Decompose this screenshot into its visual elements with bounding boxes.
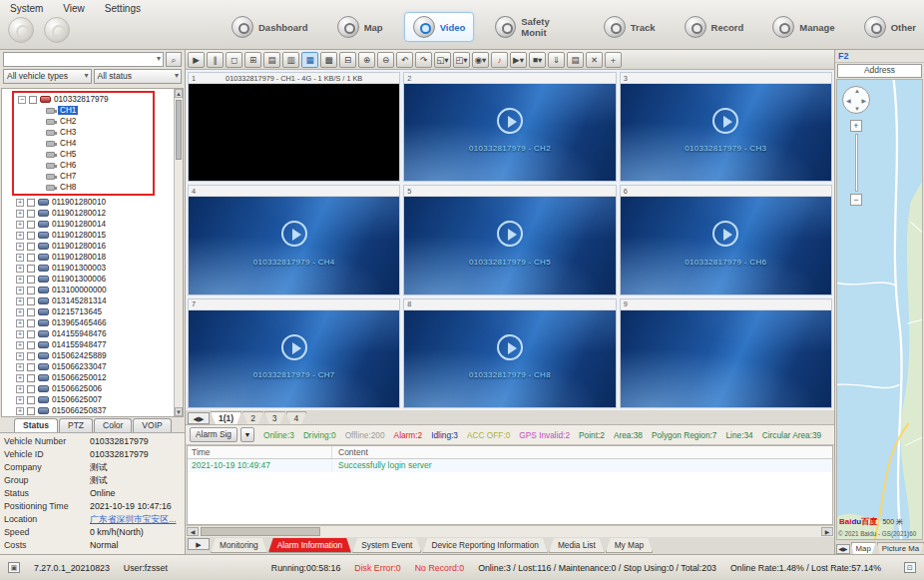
checkbox[interactable] [27, 396, 35, 404]
stream-select-icon[interactable]: ◰▾ [453, 52, 470, 68]
alarm-stat[interactable]: Offline:200 [345, 430, 385, 440]
collapse-icon[interactable]: − [18, 96, 26, 104]
checkbox[interactable] [27, 287, 35, 294]
play-icon[interactable] [497, 108, 523, 134]
play-icon[interactable]: ▶ [188, 52, 205, 68]
vehicle-row[interactable]: + 015066252005 [2, 416, 183, 417]
play-icon[interactable] [497, 334, 523, 360]
expand-icon[interactable]: + [16, 276, 24, 284]
play-icon[interactable] [712, 221, 738, 247]
nav-button[interactable]: Video [404, 12, 475, 42]
side-panel-tab[interactable]: Color [94, 418, 132, 432]
video-cell[interactable]: 6 010332817979 - CH6 [620, 185, 832, 294]
expand-icon[interactable]: + [16, 319, 24, 327]
play-icon[interactable] [281, 334, 307, 360]
filter-select[interactable]: All vehicle types [3, 69, 92, 84]
channel-row[interactable]: CH1 [14, 105, 153, 116]
layout-8-icon[interactable]: ▥ [282, 52, 299, 68]
pause-icon[interactable]: ∥ [207, 52, 224, 68]
expand-icon[interactable]: + [16, 396, 24, 404]
checkbox[interactable] [27, 199, 35, 207]
map-pan-control[interactable]: ▲ ▼ ◀ ▶ [842, 86, 870, 114]
vehicle-row[interactable]: + 011901280015 [2, 230, 183, 241]
bottom-tab[interactable]: Media List [549, 538, 605, 553]
checkbox[interactable] [27, 243, 35, 251]
zoom-out-icon[interactable]: ⊖ [377, 52, 394, 68]
channel-label[interactable]: CH2 [58, 117, 78, 126]
expand-icon[interactable]: + [16, 341, 24, 349]
expand-icon[interactable]: + [16, 232, 24, 240]
checkbox[interactable] [27, 276, 35, 284]
nav-button[interactable]: Map [329, 13, 391, 41]
checkbox[interactable] [27, 407, 35, 415]
bottom-tab[interactable]: Monitoring [211, 538, 267, 553]
expand-icon[interactable]: + [16, 297, 24, 305]
video-stream[interactable]: 010332817979 - CH7 [189, 310, 399, 407]
vehicle-row[interactable]: + 015066250837 [2, 405, 183, 416]
channel-label[interactable]: CH1 [58, 106, 78, 115]
video-cell[interactable]: 5 010332817979 - CH5 [403, 185, 616, 294]
alarm-stat[interactable]: Area:38 [614, 430, 643, 440]
save-icon[interactable]: ⇓ [548, 52, 565, 68]
alarm-stat[interactable]: Driving:0 [303, 430, 336, 440]
vehicle-row[interactable]: + 015062425889 [2, 350, 183, 361]
vehicle-row[interactable]: + 011901280010 [2, 197, 183, 208]
vehicle-row[interactable]: + 013965465466 [2, 317, 183, 328]
video-stream[interactable] [621, 310, 831, 407]
expand-icon[interactable]: + [16, 385, 24, 393]
video-stream[interactable] [189, 84, 399, 181]
vehicle-row[interactable]: + 011901280012 [2, 208, 183, 219]
alarm-stat[interactable]: Point:2 [579, 430, 605, 440]
vehicle-row[interactable]: + 014155948476 [2, 328, 183, 339]
search-icon[interactable]: ⌕ [166, 52, 182, 67]
layout-custom-icon[interactable]: ⊟ [339, 52, 356, 68]
vehicle-row[interactable]: + 01506625007 [2, 394, 183, 405]
scroll-thumb[interactable] [201, 527, 320, 536]
page-tab[interactable]: 4 [286, 411, 307, 424]
tray-icon[interactable]: ⊡ [904, 562, 916, 573]
vehicle-row[interactable]: + 011901280018 [2, 252, 183, 263]
expand-icon[interactable]: + [16, 287, 24, 294]
event-row[interactable]: 2021-10-19 10:49:47 Successfully login s… [188, 459, 832, 472]
expand-icon[interactable]: + [16, 221, 24, 229]
alarm-stat[interactable]: Online:3 [263, 430, 294, 440]
vehicle-row[interactable]: + 011901300006 [2, 274, 183, 285]
map-tab-arrows[interactable]: ◀▶ [836, 544, 850, 554]
vehicle-row[interactable]: + 013145281314 [2, 295, 183, 306]
address-search-field[interactable]: Address [837, 64, 922, 78]
expand-icon[interactable]: + [16, 363, 24, 371]
rotate-left-icon[interactable]: ↶ [396, 52, 413, 68]
expand-icon[interactable]: + [16, 352, 24, 360]
vehicle-row[interactable]: + 01215713645 [2, 306, 183, 317]
menu-item[interactable]: Settings [105, 3, 141, 14]
channel-row[interactable]: CH2 [14, 116, 153, 127]
checkbox[interactable] [27, 221, 35, 229]
layout-16-icon[interactable]: ▩ [320, 52, 337, 68]
channel-row[interactable]: CH5 [14, 149, 153, 160]
rotate-right-icon[interactable]: ↷ [415, 52, 432, 68]
video-stream[interactable]: 010332817979 - CH6 [621, 197, 831, 293]
layout-6-icon[interactable]: ▤ [263, 52, 280, 68]
vehicle-row[interactable]: + 011901280014 [2, 219, 183, 230]
snapshot-icon[interactable]: ◉▾ [472, 52, 489, 68]
nav-button[interactable]: Record [677, 13, 752, 41]
tree-scrollbar[interactable]: ▲ ▼ [174, 89, 183, 416]
video-cell[interactable]: 8 010332817979 - CH8 [403, 298, 616, 408]
expand-icon[interactable]: + [16, 254, 24, 262]
tree-root-row[interactable]: − 010332817979 [14, 94, 153, 105]
alarm-stat[interactable]: ACC OFF:0 [467, 430, 510, 440]
video-cell[interactable]: 4 010332817979 - CH4 [188, 185, 400, 294]
menu-item[interactable]: View [63, 3, 85, 14]
play-icon[interactable] [712, 108, 738, 134]
channel-label[interactable]: CH4 [58, 139, 78, 148]
pan-up-icon[interactable]: ▲ [854, 88, 860, 94]
expand-icon[interactable]: + [16, 199, 24, 207]
channel-row[interactable]: CH7 [14, 171, 153, 182]
checkbox[interactable] [27, 352, 35, 360]
ptz-camera-icon[interactable] [44, 17, 70, 43]
scroll-up-icon[interactable]: ▲ [175, 89, 183, 98]
add-icon[interactable]: ＋ [605, 52, 622, 68]
scroll-thumb[interactable] [176, 100, 182, 160]
side-panel-tab[interactable]: PTZ [59, 418, 93, 432]
bottom-tab[interactable]: My Map [606, 538, 654, 553]
